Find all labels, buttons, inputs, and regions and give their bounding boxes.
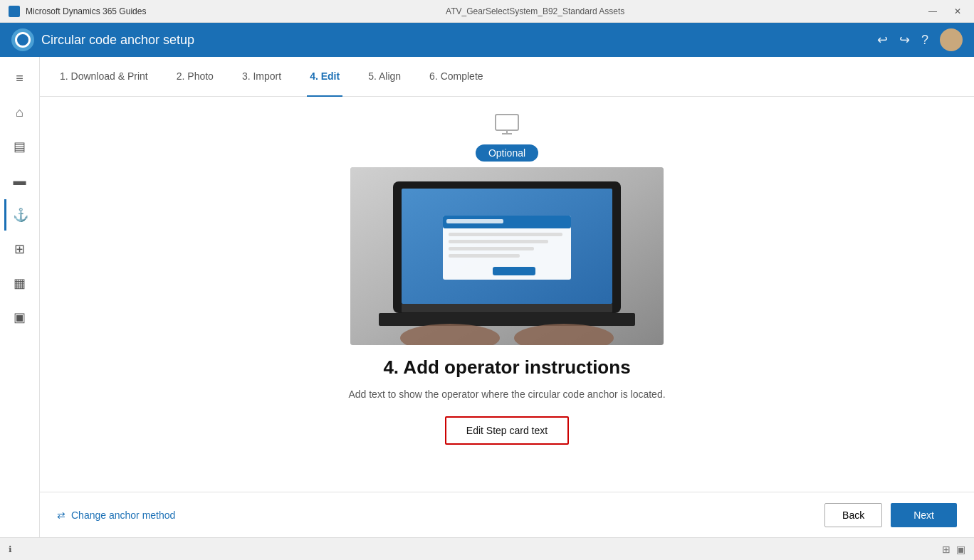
svg-rect-8 <box>446 219 503 223</box>
svg-rect-14 <box>379 313 635 326</box>
header-title: Circular code anchor setup <box>41 33 194 48</box>
svg-rect-12 <box>449 254 520 258</box>
tab-import[interactable]: 3. Import <box>239 57 284 97</box>
step-title: 4. Add operator instructions <box>383 356 630 379</box>
user-avatar[interactable] <box>940 28 963 51</box>
close-button[interactable]: ✕ <box>950 5 965 18</box>
sidebar-item-models[interactable]: ⊞ <box>4 233 36 265</box>
tabs-bar: 1. Download & Print 2. Photo 3. Import 4… <box>40 57 974 97</box>
models-icon: ⊞ <box>14 241 25 257</box>
minimize-button[interactable]: — <box>924 5 941 18</box>
sidebar-item-home[interactable]: ⌂ <box>4 97 36 128</box>
status-bar: ℹ ⊞ ▣ <box>0 537 974 560</box>
svg-rect-17 <box>402 304 612 312</box>
menu-icon: ≡ <box>16 71 23 86</box>
info-icon: ℹ <box>9 544 12 554</box>
tab-photo[interactable]: 2. Photo <box>174 57 216 97</box>
content-area: 1. Download & Print 2. Photo 3. Import 4… <box>40 57 974 537</box>
change-anchor-button[interactable]: ⇄ Change anchor method <box>57 509 175 521</box>
tab-download[interactable]: 1. Download & Print <box>57 57 151 97</box>
app-header: Circular code anchor setup ↩ ↪ ? <box>0 23 974 57</box>
app-name-label: Microsoft Dynamics 365 Guides <box>26 6 146 16</box>
logo-inner <box>15 32 31 48</box>
status-right: ⊞ ▣ <box>942 544 965 555</box>
footer: ⇄ Change anchor method Back Next <box>40 492 974 537</box>
sidebar-item-steps[interactable]: ▬ <box>4 165 36 196</box>
next-button[interactable]: Next <box>891 503 957 527</box>
title-bar: Microsoft Dynamics 365 Guides ATV_GearSe… <box>0 0 974 23</box>
media-icon: ▦ <box>14 275 26 291</box>
panel-view-icon[interactable]: ▣ <box>956 544 965 555</box>
status-info: ℹ <box>9 544 12 554</box>
help-button[interactable]: ? <box>921 33 928 48</box>
tab-complete[interactable]: 6. Complete <box>426 57 486 97</box>
svg-rect-9 <box>449 233 562 236</box>
step-description: Add text to show the operator where the … <box>348 387 665 402</box>
edit-step-card-button[interactable]: Edit Step card text <box>445 416 569 445</box>
main-layout: ≡ ⌂ ▤ ▬ ⚓ ⊞ ▦ ▣ 1. Download & Print <box>0 57 974 537</box>
title-bar-left: Microsoft Dynamics 365 Guides <box>9 6 146 17</box>
optional-area: Optional <box>476 114 538 162</box>
grid-view-icon[interactable]: ⊞ <box>942 544 951 555</box>
svg-rect-13 <box>493 267 535 275</box>
change-anchor-label: Change anchor method <box>71 509 175 521</box>
data-icon: ▣ <box>14 310 26 325</box>
optional-badge: Optional <box>476 144 538 162</box>
svg-rect-11 <box>449 247 534 250</box>
home-icon: ⌂ <box>16 105 23 120</box>
sidebar-item-media[interactable]: ▦ <box>4 268 36 299</box>
undo-button[interactable]: ↩ <box>877 32 888 48</box>
laptop-image <box>350 167 664 345</box>
header-left: Circular code anchor setup <box>11 28 194 51</box>
footer-right: Back Next <box>824 503 957 527</box>
monitor-icon <box>494 114 520 140</box>
sidebar-item-data[interactable]: ▣ <box>4 302 36 333</box>
redo-button[interactable]: ↪ <box>899 32 910 48</box>
svg-rect-10 <box>449 240 548 243</box>
change-anchor-icon: ⇄ <box>57 509 66 521</box>
steps-icon: ▬ <box>14 174 26 189</box>
sidebar-item-menu[interactable]: ≡ <box>4 63 36 94</box>
tab-edit[interactable]: 4. Edit <box>307 57 342 97</box>
title-bar-controls: — ✕ <box>924 5 965 18</box>
sidebar: ≡ ⌂ ▤ ▬ ⚓ ⊞ ▦ ▣ <box>0 57 40 537</box>
sidebar-item-anchor[interactable]: ⚓ <box>4 199 36 231</box>
app-logo-small <box>9 6 20 17</box>
back-button[interactable]: Back <box>824 503 882 527</box>
file-name-label: ATV_GearSelectSystem_B92_Standard Assets <box>446 6 624 16</box>
app-logo <box>11 28 34 51</box>
header-right: ↩ ↪ ? <box>877 28 963 51</box>
svg-rect-0 <box>496 115 518 130</box>
main-content: Optional <box>40 97 974 492</box>
tab-align[interactable]: 5. Align <box>365 57 404 97</box>
outline-icon: ▤ <box>14 139 26 154</box>
sidebar-item-outline[interactable]: ▤ <box>4 131 36 162</box>
anchor-icon: ⚓ <box>13 207 28 223</box>
